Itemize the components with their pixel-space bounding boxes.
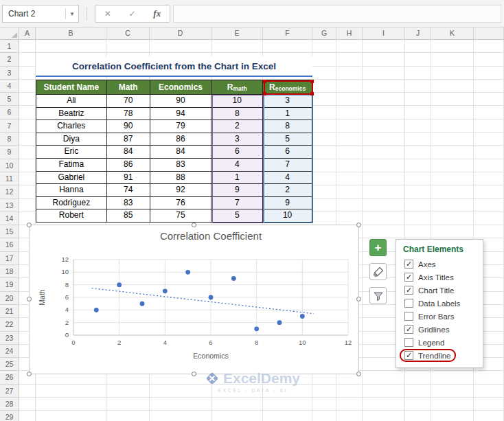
row-header-18[interactable]: 18: [0, 265, 19, 278]
row-header-6[interactable]: 6: [0, 106, 19, 119]
cancel-icon[interactable]: ✕: [104, 9, 111, 19]
chevron-down-icon[interactable]: ▾: [66, 10, 78, 17]
row-header-26[interactable]: 26: [0, 371, 19, 384]
chart-selection-handle[interactable]: [356, 372, 361, 376]
formula-input[interactable]: [173, 5, 501, 23]
row-header-12[interactable]: 12: [0, 185, 19, 198]
table-cell[interactable]: Gabriel: [36, 172, 107, 185]
table-cell[interactable]: 1: [211, 172, 263, 185]
y-axis-title[interactable]: Math: [38, 289, 46, 306]
chart-element-item-legend[interactable]: Legend: [400, 336, 479, 349]
row-header-15[interactable]: 15: [0, 225, 19, 238]
chart-title[interactable]: Correlation Coefficient: [160, 230, 262, 242]
data-point[interactable]: [300, 314, 305, 319]
row-header-11[interactable]: 11: [0, 172, 19, 185]
table-cell[interactable]: 9: [211, 184, 263, 197]
row-header-28[interactable]: 28: [0, 398, 19, 411]
column-header-C[interactable]: C: [106, 27, 150, 39]
table-cell[interactable]: Beatriz: [36, 108, 107, 121]
data-point[interactable]: [254, 326, 259, 331]
row-header-7[interactable]: 7: [0, 120, 19, 133]
name-box[interactable]: Chart 2 ▾: [2, 5, 79, 23]
table-cell[interactable]: 4: [211, 159, 263, 172]
row-header-13[interactable]: 13: [0, 199, 19, 212]
table-cell[interactable]: 3: [263, 95, 312, 108]
table-cell[interactable]: 94: [150, 108, 212, 121]
row-header-19[interactable]: 19: [0, 278, 19, 291]
data-point[interactable]: [94, 308, 99, 312]
column-header-K[interactable]: K: [431, 27, 474, 39]
data-point[interactable]: [209, 295, 214, 300]
table-cell[interactable]: 4: [263, 172, 312, 185]
table-cell[interactable]: Hanna: [36, 184, 107, 197]
row-header-24[interactable]: 24: [0, 345, 19, 358]
table-cell[interactable]: 86: [150, 133, 212, 146]
table-cell[interactable]: 86: [107, 159, 150, 172]
table-cell[interactable]: 83: [107, 197, 150, 210]
row-header-2[interactable]: 2: [0, 53, 19, 66]
table-header-cell[interactable]: Rmath: [211, 80, 263, 95]
table-header-cell[interactable]: Economics: [150, 80, 212, 95]
table-cell[interactable]: 84: [107, 146, 150, 159]
table-cell[interactable]: 78: [107, 108, 150, 121]
column-header-E[interactable]: E: [211, 27, 263, 39]
table-cell[interactable]: 6: [263, 146, 312, 159]
chart-selection-handle[interactable]: [27, 372, 32, 376]
table-cell[interactable]: 88: [150, 172, 212, 185]
row-header-27[interactable]: 27: [0, 385, 19, 398]
chart-selection-handle[interactable]: [27, 223, 32, 227]
table-cell[interactable]: 8: [263, 120, 312, 133]
table-cell[interactable]: 3: [211, 133, 263, 146]
table-cell[interactable]: 92: [150, 184, 212, 197]
table-header-cell[interactable]: Reconomics: [263, 80, 312, 95]
chart-area[interactable]: 024681012024681012Correlation Coefficien…: [29, 225, 359, 374]
table-cell[interactable]: 75: [150, 209, 212, 223]
data-point[interactable]: [277, 320, 282, 325]
column-header-H[interactable]: H: [336, 27, 363, 39]
data-point[interactable]: [117, 282, 122, 287]
checkbox-unchecked[interactable]: [404, 299, 413, 308]
checkbox-checked[interactable]: ✓: [404, 260, 413, 269]
data-point[interactable]: [163, 288, 168, 293]
table-cell[interactable]: 76: [150, 197, 212, 210]
chart-element-item-gridlines[interactable]: ✓Gridlines: [400, 323, 479, 336]
chart-filters-button[interactable]: [369, 287, 387, 304]
chart-element-item-error-bars[interactable]: Error Bars: [400, 310, 479, 323]
table-cell[interactable]: 84: [150, 146, 212, 159]
row-header-25[interactable]: 25: [0, 358, 19, 371]
table-cell[interactable]: 87: [107, 133, 150, 146]
column-header-G[interactable]: G: [312, 27, 336, 39]
row-header-3[interactable]: 3: [0, 67, 19, 80]
x-axis-title[interactable]: Economics: [193, 352, 228, 360]
insert-function-icon[interactable]: fx: [153, 8, 161, 19]
column-header-partial[interactable]: [474, 27, 504, 39]
table-cell[interactable]: 83: [150, 159, 212, 172]
data-point[interactable]: [231, 276, 236, 281]
checkbox-checked[interactable]: ✓: [404, 286, 413, 295]
table-cell[interactable]: Eric: [36, 146, 107, 159]
row-header-22[interactable]: 22: [0, 318, 19, 331]
chart-selection-handle[interactable]: [27, 297, 32, 301]
table-cell[interactable]: 10: [211, 95, 263, 108]
table-cell[interactable]: 85: [107, 209, 150, 223]
chart-selection-handle[interactable]: [192, 372, 196, 376]
chart-element-item-chart-title[interactable]: ✓Chart Title: [400, 284, 479, 297]
table-cell[interactable]: Ali: [36, 95, 107, 108]
row-header-21[interactable]: 21: [0, 305, 19, 318]
table-cell[interactable]: 2: [211, 120, 263, 133]
row-header-10[interactable]: 10: [0, 159, 19, 172]
table-cell[interactable]: 90: [150, 95, 212, 108]
checkbox-unchecked[interactable]: [404, 338, 413, 347]
checkbox-unchecked[interactable]: [404, 312, 413, 321]
table-cell[interactable]: Robert: [36, 209, 107, 223]
table-cell[interactable]: 79: [150, 120, 212, 133]
table-cell[interactable]: 7: [263, 159, 312, 172]
table-cell[interactable]: 7: [211, 197, 263, 210]
select-all-corner[interactable]: [0, 27, 19, 39]
row-header-17[interactable]: 17: [0, 252, 19, 265]
checkbox-checked[interactable]: ✓: [404, 325, 413, 334]
column-header-I[interactable]: I: [363, 27, 405, 39]
row-header-23[interactable]: 23: [0, 332, 19, 345]
chart-selection-handle[interactable]: [356, 297, 361, 301]
column-header-B[interactable]: B: [36, 27, 106, 39]
